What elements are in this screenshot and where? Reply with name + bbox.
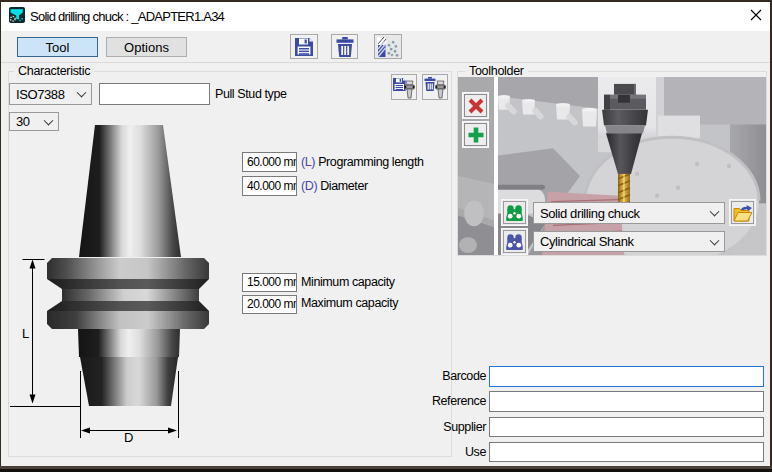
svg-text:D: D [124, 430, 133, 445]
svg-text:L: L [22, 326, 29, 341]
